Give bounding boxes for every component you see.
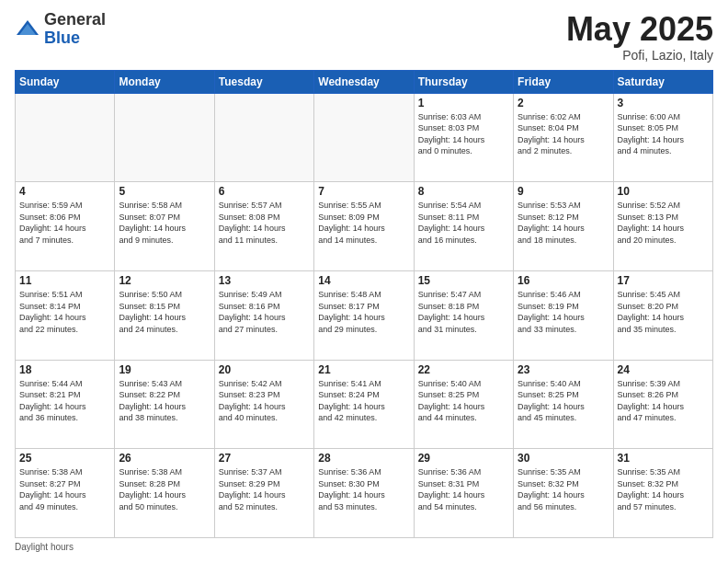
calendar-cell: 24Sunrise: 5:39 AMSunset: 8:26 PMDayligh… [613,360,712,449]
day-info: Sunrise: 5:39 AMSunset: 8:26 PMDaylight:… [618,378,709,424]
day-number: 21 [318,363,409,376]
day-info: Sunrise: 5:50 AMSunset: 8:15 PMDaylight:… [119,289,210,335]
calendar-cell: 21Sunrise: 5:41 AMSunset: 8:24 PMDayligh… [314,360,414,449]
calendar-cell: 9Sunrise: 5:53 AMSunset: 8:12 PMDaylight… [514,182,613,271]
header: General Blue May 2025 Pofi, Lazio, Italy [15,11,713,63]
calendar-cell [16,93,115,182]
footer-text: Daylight hours [15,542,74,552]
logo-general-text: General [44,10,106,29]
calendar-cell: 23Sunrise: 5:40 AMSunset: 8:25 PMDayligh… [514,360,613,449]
day-number: 12 [119,274,210,287]
day-number: 3 [618,97,709,109]
footer: Daylight hours [15,542,713,552]
calendar-cell [314,93,414,182]
day-number: 27 [219,452,310,465]
calendar-cell: 19Sunrise: 5:43 AMSunset: 8:22 PMDayligh… [115,360,214,449]
day-number: 13 [219,274,310,287]
calendar-cell: 16Sunrise: 5:46 AMSunset: 8:19 PMDayligh… [514,270,613,360]
day-number: 20 [219,363,310,376]
day-number: 4 [19,185,110,198]
day-number: 14 [318,274,409,287]
day-info: Sunrise: 5:44 AMSunset: 8:21 PMDaylight:… [19,378,110,424]
title-block: May 2025 Pofi, Lazio, Italy [566,11,713,63]
day-info: Sunrise: 5:58 AMSunset: 8:07 PMDaylight:… [119,200,210,246]
day-info: Sunrise: 5:38 AMSunset: 8:28 PMDaylight:… [119,466,210,512]
day-number: 26 [119,452,210,465]
day-info: Sunrise: 5:37 AMSunset: 8:29 PMDaylight:… [219,466,310,512]
day-number: 10 [618,185,709,198]
day-info: Sunrise: 5:49 AMSunset: 8:16 PMDaylight:… [219,289,310,335]
calendar-cell: 13Sunrise: 5:49 AMSunset: 8:16 PMDayligh… [214,270,313,360]
day-info: Sunrise: 6:03 AMSunset: 8:03 PMDaylight:… [418,111,509,157]
calendar-cell: 27Sunrise: 5:37 AMSunset: 8:29 PMDayligh… [214,449,313,538]
day-number: 2 [518,97,609,109]
calendar-cell: 12Sunrise: 5:50 AMSunset: 8:15 PMDayligh… [115,270,214,360]
day-info: Sunrise: 6:02 AMSunset: 8:04 PMDaylight:… [518,111,609,157]
day-number: 5 [119,185,210,198]
day-info: Sunrise: 5:40 AMSunset: 8:25 PMDaylight:… [518,378,609,424]
day-number: 18 [19,363,110,376]
day-info: Sunrise: 5:46 AMSunset: 8:19 PMDaylight:… [518,289,609,335]
col-header-wednesday: Wednesday [314,70,414,93]
calendar-cell: 28Sunrise: 5:36 AMSunset: 8:30 PMDayligh… [314,449,414,538]
calendar-cell: 22Sunrise: 5:40 AMSunset: 8:25 PMDayligh… [414,360,513,449]
day-number: 24 [618,363,709,376]
day-info: Sunrise: 6:00 AMSunset: 8:05 PMDaylight:… [618,111,709,157]
month-title: May 2025 [566,11,713,48]
calendar-cell: 1Sunrise: 6:03 AMSunset: 8:03 PMDaylight… [414,93,513,182]
day-number: 29 [418,452,509,465]
calendar-cell: 6Sunrise: 5:57 AMSunset: 8:08 PMDaylight… [214,182,313,271]
page: General Blue May 2025 Pofi, Lazio, Italy… [0,0,728,563]
calendar-cell: 29Sunrise: 5:36 AMSunset: 8:31 PMDayligh… [414,449,513,538]
day-info: Sunrise: 5:35 AMSunset: 8:32 PMDaylight:… [518,466,609,512]
calendar-cell: 3Sunrise: 6:00 AMSunset: 8:05 PMDaylight… [613,93,712,182]
day-number: 22 [418,363,509,376]
day-info: Sunrise: 5:51 AMSunset: 8:14 PMDaylight:… [19,289,110,335]
calendar-cell: 2Sunrise: 6:02 AMSunset: 8:04 PMDaylight… [514,93,613,182]
day-number: 8 [418,185,509,198]
logo-blue-text: Blue [44,29,80,47]
calendar-cell: 4Sunrise: 5:59 AMSunset: 8:06 PMDaylight… [16,182,115,271]
logo: General Blue [15,11,106,48]
day-info: Sunrise: 5:35 AMSunset: 8:32 PMDaylight:… [618,466,709,512]
col-header-saturday: Saturday [613,70,712,93]
day-info: Sunrise: 5:55 AMSunset: 8:09 PMDaylight:… [318,200,409,246]
day-number: 25 [19,452,110,465]
col-header-tuesday: Tuesday [214,70,313,93]
day-number: 17 [618,274,709,287]
day-info: Sunrise: 5:36 AMSunset: 8:31 PMDaylight:… [418,466,509,512]
col-header-friday: Friday [514,70,613,93]
calendar-cell: 20Sunrise: 5:42 AMSunset: 8:23 PMDayligh… [214,360,313,449]
calendar-cell: 11Sunrise: 5:51 AMSunset: 8:14 PMDayligh… [16,270,115,360]
day-number: 15 [418,274,509,287]
day-number: 28 [318,452,409,465]
calendar-cell: 14Sunrise: 5:48 AMSunset: 8:17 PMDayligh… [314,270,414,360]
day-number: 30 [518,452,609,465]
day-number: 23 [518,363,609,376]
day-info: Sunrise: 5:47 AMSunset: 8:18 PMDaylight:… [418,289,509,335]
day-info: Sunrise: 5:57 AMSunset: 8:08 PMDaylight:… [219,200,310,246]
calendar-cell [115,93,214,182]
location: Pofi, Lazio, Italy [566,48,713,63]
day-number: 31 [618,452,709,465]
day-info: Sunrise: 5:43 AMSunset: 8:22 PMDaylight:… [119,378,210,424]
calendar-cell: 17Sunrise: 5:45 AMSunset: 8:20 PMDayligh… [613,270,712,360]
calendar-cell: 25Sunrise: 5:38 AMSunset: 8:27 PMDayligh… [16,449,115,538]
day-number: 16 [518,274,609,287]
col-header-monday: Monday [115,70,214,93]
calendar-cell: 30Sunrise: 5:35 AMSunset: 8:32 PMDayligh… [514,449,613,538]
day-info: Sunrise: 5:48 AMSunset: 8:17 PMDaylight:… [318,289,409,335]
col-header-thursday: Thursday [414,70,513,93]
calendar-cell: 26Sunrise: 5:38 AMSunset: 8:28 PMDayligh… [115,449,214,538]
calendar-cell: 31Sunrise: 5:35 AMSunset: 8:32 PMDayligh… [613,449,712,538]
day-number: 1 [418,97,509,109]
logo-icon [15,17,40,42]
calendar-cell [214,93,313,182]
calendar-cell: 7Sunrise: 5:55 AMSunset: 8:09 PMDaylight… [314,182,414,271]
day-number: 7 [318,185,409,198]
calendar-cell: 5Sunrise: 5:58 AMSunset: 8:07 PMDaylight… [115,182,214,271]
day-info: Sunrise: 5:42 AMSunset: 8:23 PMDaylight:… [219,378,310,424]
day-number: 6 [219,185,310,198]
day-info: Sunrise: 5:38 AMSunset: 8:27 PMDaylight:… [19,466,110,512]
day-number: 9 [518,185,609,198]
